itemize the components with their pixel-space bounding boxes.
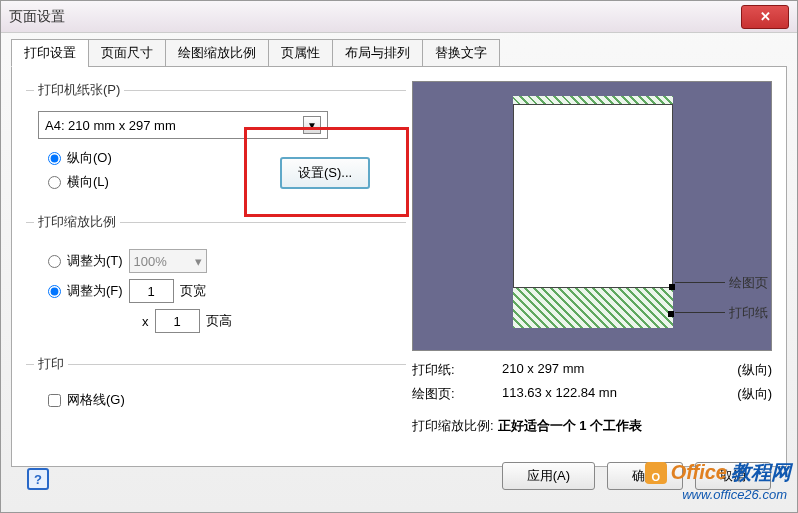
apply-button[interactable]: 应用(A) [502, 462, 595, 490]
info-block: 打印纸: 210 x 297 mm (纵向) 绘图页: 113.63 x 122… [412, 361, 772, 435]
info-paper-orient: (纵向) [712, 361, 772, 379]
dialog-content: 打印设置 页面尺寸 绘图缩放比例 页属性 布局与排列 替换文字 打印机纸张(P)… [11, 41, 787, 502]
print-legend: 打印 [34, 355, 68, 373]
watermark-logo-icon: O [645, 462, 667, 484]
help-button[interactable]: ? [27, 468, 49, 490]
percent-select[interactable]: 100% ▾ [129, 249, 207, 273]
watermark-url: www.office26.com [682, 487, 787, 502]
pages-wide-input[interactable] [129, 279, 174, 303]
percent-value: 100% [134, 254, 167, 269]
adjust-to-row: 调整为(T) 100% ▾ [48, 249, 398, 273]
right-column: 绘图页 打印纸 打印纸: 210 x 297 mm (纵向) 绘图页: 113.… [412, 81, 772, 441]
landscape-radio[interactable] [48, 176, 61, 189]
printer-setup-button[interactable]: 设置(S)... [280, 157, 370, 189]
leader-drawing [675, 282, 725, 283]
gridlines-row: 网格线(G) [48, 391, 398, 409]
fit-to-label: 调整为(F) [67, 282, 123, 300]
tab-alt-text[interactable]: 替换文字 [422, 39, 500, 67]
printer-paper-legend: 打印机纸张(P) [34, 81, 124, 99]
left-column: 打印机纸张(P) A4: 210 mm x 297 mm ▼ 纵向(O) 横向(… [26, 81, 406, 431]
titlebar[interactable]: 页面设置 ✕ [1, 1, 797, 33]
info-scale-value: 正好适合一个 1 个工作表 [498, 417, 642, 435]
close-icon: ✕ [760, 9, 771, 24]
portrait-label: 纵向(O) [67, 149, 112, 167]
info-paper-value: 210 x 297 mm [502, 361, 712, 379]
info-drawing-orient: (纵向) [712, 385, 772, 403]
page-setup-dialog: 页面设置 ✕ 打印设置 页面尺寸 绘图缩放比例 页属性 布局与排列 替换文字 打… [0, 0, 798, 513]
close-button[interactable]: ✕ [741, 5, 789, 29]
chevron-down-icon: ▾ [195, 254, 202, 269]
watermark-tutorial: 教程网 [731, 459, 791, 486]
landscape-label: 横向(L) [67, 173, 109, 191]
adjust-to-radio[interactable] [48, 255, 61, 268]
fit-to-row: 调整为(F) 页宽 [48, 279, 398, 303]
gridlines-label: 网格线(G) [67, 391, 125, 409]
watermark: O Office教程网 [645, 459, 791, 486]
leader-label-paper: 打印纸 [729, 304, 768, 322]
by-label: x [142, 314, 149, 329]
info-drawing-value: 113.63 x 122.84 mn [502, 385, 712, 403]
pages-tall-input[interactable] [155, 309, 200, 333]
watermark-office: Office [671, 461, 727, 484]
pages-tall-label: 页高 [206, 312, 232, 330]
tab-layout-routing[interactable]: 布局与排列 [332, 39, 423, 67]
tab-drawing-scale[interactable]: 绘图缩放比例 [165, 39, 269, 67]
dialog-title: 页面设置 [9, 8, 741, 26]
info-scale-label: 打印缩放比例: [412, 417, 494, 435]
leader-label-drawing: 绘图页 [729, 274, 768, 292]
page-preview: 绘图页 打印纸 [412, 81, 772, 351]
dropdown-icon[interactable]: ▼ [303, 116, 321, 134]
handle-paper-br [668, 311, 674, 317]
fit-to-radio[interactable] [48, 285, 61, 298]
help-icon: ? [34, 472, 42, 487]
print-group: 打印 网格线(G) [26, 355, 406, 419]
info-paper-label: 打印纸: [412, 361, 502, 379]
drawing-preview-shape [513, 104, 673, 288]
portrait-radio[interactable] [48, 152, 61, 165]
fit-to-tall-row: x 页高 [142, 309, 398, 333]
tab-print-setup[interactable]: 打印设置 [11, 39, 89, 67]
print-scale-group: 打印缩放比例 调整为(T) 100% ▾ 调整为(F) 页宽 [26, 213, 406, 343]
print-scale-legend: 打印缩放比例 [34, 213, 120, 231]
gridlines-checkbox[interactable] [48, 394, 61, 407]
paper-size-select[interactable]: A4: 210 mm x 297 mm ▼ [38, 111, 328, 139]
tab-strip: 打印设置 页面尺寸 绘图缩放比例 页属性 布局与排列 替换文字 [11, 41, 787, 67]
pages-wide-label: 页宽 [180, 282, 206, 300]
tab-panel-print-setup: 打印机纸张(P) A4: 210 mm x 297 mm ▼ 纵向(O) 横向(… [11, 67, 787, 467]
paper-size-value: A4: 210 mm x 297 mm [45, 118, 176, 133]
handle-bottom-right [669, 284, 675, 290]
tab-page-size[interactable]: 页面尺寸 [88, 39, 166, 67]
info-scale-row: 打印缩放比例: 正好适合一个 1 个工作表 [412, 417, 772, 435]
adjust-to-label: 调整为(T) [67, 252, 123, 270]
tab-page-properties[interactable]: 页属性 [268, 39, 333, 67]
info-drawing-row: 绘图页: 113.63 x 122.84 mn (纵向) [412, 385, 772, 403]
leader-paper [675, 312, 725, 313]
info-drawing-label: 绘图页: [412, 385, 502, 403]
info-paper-row: 打印纸: 210 x 297 mm (纵向) [412, 361, 772, 379]
